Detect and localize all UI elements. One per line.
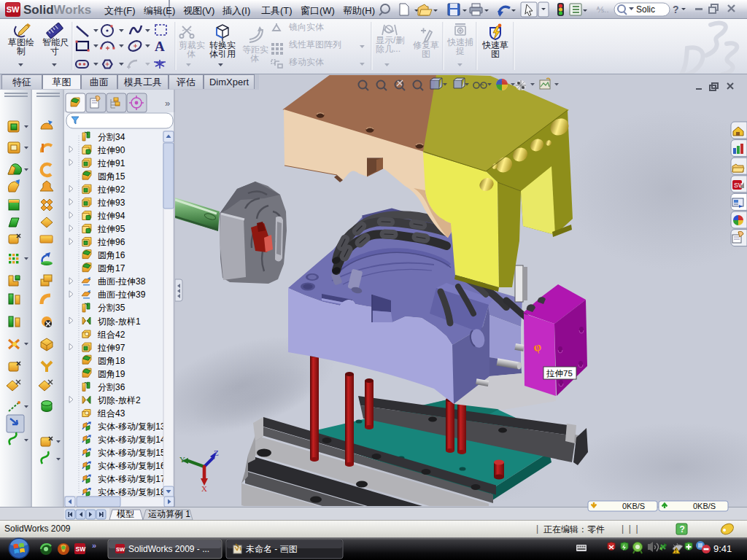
svg-text:镜向实体: 镜向实体 xyxy=(288,22,324,32)
svg-text:实体-移动/复制18: 实体-移动/复制18 xyxy=(98,487,166,497)
svg-text:SolidWorks 2009 - ...: SolidWorks 2009 - ... xyxy=(128,544,209,554)
svg-text:图: 图 xyxy=(491,49,500,59)
svg-text:SW: SW xyxy=(7,5,20,14)
svg-text:曲面-拉伸39: 曲面-拉伸39 xyxy=(98,289,146,300)
svg-text:圆角15: 圆角15 xyxy=(98,171,125,182)
svg-text:SW: SW xyxy=(116,546,125,553)
svg-text:0KB/S: 0KB/S xyxy=(622,502,645,510)
svg-text:?: ? xyxy=(680,524,685,534)
svg-text:拉伸97: 拉伸97 xyxy=(97,343,125,353)
svg-text:实体-移动/复制15: 实体-移动/复制15 xyxy=(98,448,166,458)
svg-text:切除-放样1: 切除-放样1 xyxy=(97,316,141,327)
svg-text:Solic: Solic xyxy=(636,4,655,15)
svg-text:SolidWorks: SolidWorks xyxy=(23,3,91,17)
svg-text:捉: 捉 xyxy=(455,46,465,56)
svg-text:拉伸94: 拉伸94 xyxy=(97,211,125,221)
svg-text:圆角19: 圆角19 xyxy=(98,369,125,379)
svg-text:分割35: 分割35 xyxy=(98,303,125,313)
svg-text:体引用: 体引用 xyxy=(209,49,236,59)
svg-text:A: A xyxy=(155,39,165,54)
svg-text:移动实体: 移动实体 xyxy=(289,57,324,67)
svg-text:组合43: 组合43 xyxy=(97,408,125,419)
svg-text:拉伸91: 拉伸91 xyxy=(97,158,125,168)
svg-text:切除-放样2: 切除-放样2 xyxy=(97,395,141,405)
svg-text:线性草图阵列: 线性草图阵列 xyxy=(289,39,341,50)
svg-text:图: 图 xyxy=(422,49,430,59)
svg-text:»: » xyxy=(92,541,96,550)
svg-text:拉伸95: 拉伸95 xyxy=(97,224,125,234)
svg-text:分割36: 分割36 xyxy=(98,382,125,392)
svg-text:组合42: 组合42 xyxy=(97,330,125,340)
svg-text:»: » xyxy=(165,98,170,109)
svg-text:分割34: 分割34 xyxy=(98,132,125,142)
svg-text:9:41: 9:41 xyxy=(713,543,732,554)
svg-text:圆角16: 圆角16 xyxy=(98,250,125,260)
svg-text:?: ? xyxy=(673,4,679,15)
svg-text:拉伸93: 拉伸93 xyxy=(97,198,125,208)
svg-text:拉伸92: 拉伸92 xyxy=(97,184,125,195)
svg-text:未命名 - 画图: 未命名 - 画图 xyxy=(246,544,298,554)
svg-text:圆角18: 圆角18 xyxy=(98,356,125,366)
svg-text:!: ! xyxy=(675,548,676,553)
svg-text:拉伸75: 拉伸75 xyxy=(546,369,573,378)
svg-text:圆角17: 圆角17 xyxy=(98,263,125,273)
svg-text:Y: Y xyxy=(179,455,185,464)
svg-text:拉伸90: 拉伸90 xyxy=(97,145,125,155)
svg-text:0KB/S: 0KB/S xyxy=(693,502,716,510)
svg-text:实体-移动/复制16: 实体-移动/复制16 xyxy=(98,461,166,471)
svg-text:⅍..: ⅍.. xyxy=(596,5,608,14)
svg-text:X: X xyxy=(201,484,207,493)
svg-text:实体-移动/复制14: 实体-移动/复制14 xyxy=(98,435,166,445)
svg-text:实体-移动/复制17: 实体-移动/复制17 xyxy=(98,474,166,484)
svg-text:体: 体 xyxy=(187,49,196,59)
svg-text:拉伸96: 拉伸96 xyxy=(97,237,125,247)
svg-text:Z: Z xyxy=(214,448,219,457)
svg-text:SW: SW xyxy=(76,545,87,553)
svg-text:曲面-拉伸38: 曲面-拉伸38 xyxy=(98,276,146,287)
svg-text:寸: 寸 xyxy=(50,46,59,56)
svg-text:实体-移动/复制13: 实体-移动/复制13 xyxy=(98,421,166,432)
svg-text:除几...: 除几... xyxy=(376,44,400,54)
svg-text:体: 体 xyxy=(250,53,259,63)
svg-text:制: 制 xyxy=(17,46,26,56)
